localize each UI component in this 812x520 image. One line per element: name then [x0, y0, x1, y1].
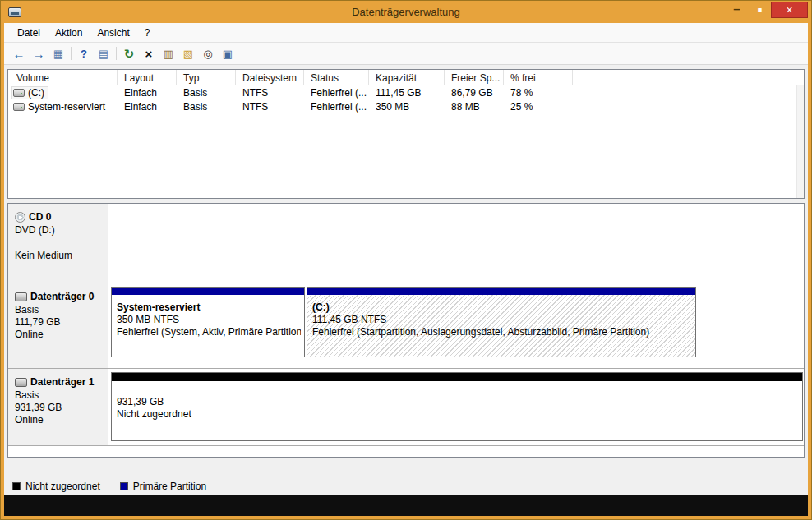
toolbar: ← → ▦ ? ▤ ↻ × ▥ ▧ ◎ ▣ — [4, 43, 808, 65]
column-header-status[interactable]: Status — [304, 70, 369, 85]
volume-cell: System-reserviert — [11, 100, 109, 113]
console-tree-button[interactable]: ▦ — [48, 44, 68, 62]
properties-button[interactable]: ▥ — [159, 44, 178, 62]
toolbar-separator — [116, 47, 117, 60]
unallocated-status: Nicht zugeordnet — [117, 408, 799, 421]
drive-icon — [13, 89, 25, 97]
disk-0-info-panel[interactable]: Datenträger 0 Basis 111,79 GB Online — [8, 283, 108, 368]
volume-cell: (C:) — [11, 86, 48, 99]
disk-row-0: Datenträger 0 Basis 111,79 GB Online Sys… — [8, 283, 804, 369]
cd-drive-letter: DVD (D:) — [15, 225, 104, 235]
toolbar-separator — [71, 47, 72, 60]
partition-name: (C:) — [312, 301, 692, 314]
volume-list: Volume Layout Typ Dateisystem Status Kap… — [7, 69, 805, 199]
partition-c[interactable]: (C:) 111,45 GB NTFS Fehlerfrei (Startpar… — [307, 287, 696, 357]
close-button[interactable]: × — [771, 2, 808, 18]
disk-management-icon: ▣ — [223, 48, 233, 59]
open-button[interactable]: ▧ — [178, 44, 198, 62]
legend-label-primary-partition: Primäre Partition — [133, 481, 206, 492]
titlebar[interactable]: Datenträgerverwaltung – ■ × — [4, 1, 808, 23]
delete-icon: × — [145, 48, 153, 60]
disk-icon — [15, 292, 27, 301]
cd-info-panel[interactable]: CD 0 DVD (D:) Kein Medium — [8, 204, 108, 283]
find-button[interactable]: ◎ — [198, 44, 218, 62]
column-header-typ[interactable]: Typ — [177, 70, 236, 85]
refresh-button[interactable]: ↻ — [119, 44, 139, 62]
menu-item-datei[interactable]: Datei — [11, 25, 47, 40]
disk-1-region: 931,39 GB Nicht zugeordnet — [108, 369, 804, 445]
partition-name: System-reserviert — [117, 301, 301, 314]
legend-label-unallocated: Nicht zugeordnet — [25, 481, 100, 492]
cd-icon — [15, 212, 25, 223]
menubar: Datei Aktion Ansicht ? — [4, 23, 808, 43]
disk-icon — [15, 378, 27, 387]
cd-media-status: Kein Medium — [15, 251, 104, 260]
cell-typ: Basis — [177, 101, 236, 113]
menu-item-aktion[interactable]: Aktion — [48, 25, 89, 40]
forward-icon: → — [33, 48, 45, 60]
cell-layout: Einfach — [118, 87, 177, 99]
help-button[interactable]: ? — [74, 44, 94, 62]
properties-icon: ▥ — [164, 48, 173, 59]
partition-size: 350 MB NTFS — [117, 314, 301, 326]
graphical-view: CD 0 DVD (D:) Kein Medium Datenträger 0 … — [7, 203, 805, 458]
minimize-button[interactable]: – — [725, 2, 749, 18]
column-header-dateisystem[interactable]: Dateisystem — [236, 70, 304, 85]
export-list-icon: ▤ — [99, 48, 108, 59]
disk-0-region: System-reserviert 350 MB NTFS Fehlerfrei… — [108, 283, 804, 368]
window: Datenträgerverwaltung – ■ × Datei Aktion… — [0, 0, 812, 520]
cell-status: Fehlerfrei (... — [304, 87, 369, 99]
volume-row-system-reserviert[interactable]: System-reserviert Einfach Basis NTFS Feh… — [8, 99, 804, 113]
disk-row-1: Datenträger 1 Basis 931,39 GB Online 931… — [8, 369, 804, 446]
column-header-kapazitaet[interactable]: Kapazität — [369, 70, 445, 85]
delete-button[interactable]: × — [139, 44, 159, 62]
cell-volume: System-reserviert — [28, 101, 105, 113]
unallocated-region[interactable]: 931,39 GB Nicht zugeordnet — [111, 372, 803, 441]
disk-1-size: 931,39 GB — [15, 403, 104, 412]
legend: Nicht zugeordnet Primäre Partition — [4, 477, 808, 495]
forward-button[interactable]: → — [29, 44, 48, 62]
legend-swatch-unallocated — [12, 482, 21, 490]
export-list-button[interactable]: ▤ — [94, 44, 113, 62]
partition-size: 111,45 GB NTFS — [312, 314, 692, 326]
volume-row-c[interactable]: (C:) Einfach Basis NTFS Fehlerfrei (... … — [8, 85, 804, 99]
menu-item-hilfe[interactable]: ? — [138, 25, 157, 40]
cell-dateisystem: NTFS — [236, 101, 304, 113]
cell-typ: Basis — [177, 87, 236, 99]
disk-0-size: 111,79 GB — [15, 317, 104, 327]
disk-1-info-panel[interactable]: Datenträger 1 Basis 931,39 GB Online — [8, 369, 108, 445]
open-folder-icon: ▧ — [183, 48, 193, 59]
magnifier-icon: ◎ — [203, 48, 212, 59]
cell-prozent-frei: 78 % — [504, 87, 573, 99]
disk-0-name: Datenträger 0 — [30, 291, 94, 302]
legend-item-primary-partition: Primäre Partition — [120, 481, 206, 492]
cell-kapazitaet: 111,45 GB — [369, 87, 445, 99]
column-header-freier-speicherplatz[interactable]: Freier Sp... — [445, 70, 504, 85]
cell-volume: (C:) — [28, 87, 44, 99]
refresh-icon: ↻ — [124, 48, 135, 60]
legend-swatch-primary-partition — [120, 482, 128, 490]
column-header-layout[interactable]: Layout — [118, 70, 177, 85]
partition-status: Fehlerfrei (System, Aktiv, Primäre Parti… — [117, 326, 301, 338]
disk-management-view-button[interactable]: ▣ — [218, 44, 238, 62]
column-header-prozent-frei[interactable]: % frei — [504, 70, 573, 85]
help-icon: ? — [81, 48, 87, 59]
column-header-volume[interactable]: Volume — [8, 70, 118, 85]
disk-1-name: Datenträger 1 — [30, 376, 94, 388]
drive-icon — [13, 103, 25, 111]
partition-system-reserved[interactable]: System-reserviert 350 MB NTFS Fehlerfrei… — [111, 287, 305, 357]
disk-0-status: Online — [15, 329, 104, 339]
list-scrollbar[interactable] — [796, 85, 804, 198]
cd-name: CD 0 — [29, 211, 51, 223]
cd-region — [108, 204, 804, 283]
bottom-strip — [4, 495, 808, 516]
primary-partition-color-band — [112, 288, 304, 295]
partition-status: Fehlerfrei (Startpartition, Auslagerungs… — [312, 326, 692, 338]
back-button[interactable]: ← — [9, 44, 29, 62]
menu-item-ansicht[interactable]: Ansicht — [90, 25, 136, 40]
cell-status: Fehlerfrei (... — [304, 101, 369, 113]
list-header: Volume Layout Typ Dateisystem Status Kap… — [8, 70, 804, 85]
cd-row: CD 0 DVD (D:) Kein Medium — [8, 204, 804, 283]
maximize-button[interactable]: ■ — [749, 2, 771, 18]
unallocated-size: 931,39 GB — [117, 396, 799, 408]
